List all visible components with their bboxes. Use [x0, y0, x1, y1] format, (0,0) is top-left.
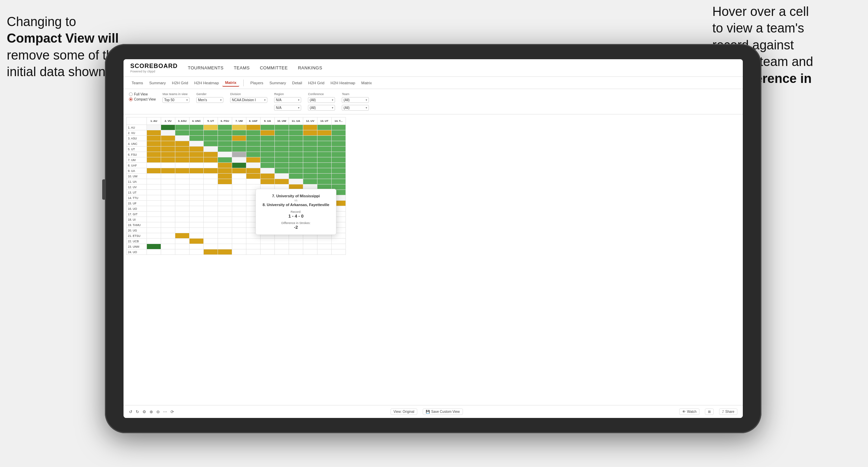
matrix-cell[interactable]	[246, 163, 261, 168]
matrix-cell[interactable]	[275, 249, 289, 255]
matrix-cell[interactable]	[232, 195, 246, 201]
nav-rankings[interactable]: RANKINGS	[298, 64, 322, 72]
matrix-cell[interactable]	[175, 212, 190, 217]
matrix-cell[interactable]	[303, 152, 317, 157]
matrix-cell[interactable]	[317, 147, 332, 152]
matrix-cell[interactable]	[303, 168, 317, 174]
nav-committee[interactable]: COMMITTEE	[260, 64, 288, 72]
matrix-cell[interactable]	[332, 168, 346, 174]
matrix-cell[interactable]	[190, 168, 204, 174]
team-select2[interactable]: (All)	[342, 105, 369, 111]
conference-select1[interactable]: (All)	[308, 97, 335, 103]
matrix-cell[interactable]	[317, 130, 332, 136]
matrix-cell[interactable]	[218, 152, 232, 157]
matrix-cell[interactable]	[261, 136, 275, 141]
matrix-cell[interactable]	[218, 179, 232, 184]
matrix-cell[interactable]	[246, 157, 261, 163]
matrix-cell[interactable]	[147, 249, 161, 255]
matrix-cell[interactable]	[261, 147, 275, 152]
matrix-cell[interactable]	[317, 152, 332, 157]
matrix-cell[interactable]	[332, 239, 346, 244]
matrix-cell[interactable]	[317, 179, 332, 184]
matrix-cell[interactable]	[261, 152, 275, 157]
matrix-cell[interactable]	[147, 201, 161, 206]
matrix-cell[interactable]	[190, 147, 204, 152]
matrix-cell[interactable]	[147, 190, 161, 195]
matrix-cell[interactable]	[147, 195, 161, 201]
matrix-cell[interactable]	[147, 163, 161, 168]
matrix-cell[interactable]	[190, 184, 204, 190]
matrix-cell[interactable]	[147, 147, 161, 152]
matrix-cell[interactable]	[289, 125, 303, 130]
matrix-cell[interactable]	[147, 222, 161, 228]
matrix-cell[interactable]	[175, 130, 190, 136]
matrix-cell[interactable]	[232, 233, 246, 239]
matrix-cell[interactable]	[204, 195, 218, 201]
matrix-cell[interactable]	[218, 201, 232, 206]
matrix-cell[interactable]	[161, 179, 175, 184]
matrix-cell[interactable]	[161, 184, 175, 190]
matrix-cell[interactable]	[204, 212, 218, 217]
matrix-cell[interactable]	[289, 168, 303, 174]
matrix-cell[interactable]	[275, 152, 289, 157]
matrix-cell[interactable]	[275, 147, 289, 152]
matrix-cell[interactable]	[161, 190, 175, 195]
matrix-cell[interactable]	[218, 136, 232, 141]
matrix-cell[interactable]	[289, 157, 303, 163]
matrix-cell[interactable]	[232, 130, 246, 136]
matrix-cell[interactable]	[218, 130, 232, 136]
layout-btn[interactable]: ⊞	[705, 408, 714, 415]
matrix-cell[interactable]	[246, 147, 261, 152]
matrix-cell[interactable]	[161, 130, 175, 136]
matrix-cell[interactable]	[218, 163, 232, 168]
team-select1[interactable]: (All)	[342, 97, 369, 103]
matrix-cell[interactable]	[147, 228, 161, 233]
tab-summary2[interactable]: Summary	[267, 80, 289, 86]
matrix-cell[interactable]	[332, 147, 346, 152]
matrix-cell[interactable]	[190, 195, 204, 201]
matrix-cell[interactable]	[261, 244, 275, 249]
matrix-cell[interactable]	[175, 190, 190, 195]
matrix-cell[interactable]	[190, 141, 204, 147]
matrix-cell[interactable]	[232, 152, 246, 157]
share-btn[interactable]: ⤴ Share	[719, 408, 737, 415]
minus-icon[interactable]: ⊖	[156, 409, 160, 414]
matrix-cell[interactable]	[218, 206, 232, 212]
full-view-radio[interactable]: Full View	[129, 92, 156, 96]
matrix-cell[interactable]	[246, 244, 261, 249]
matrix-cell[interactable]	[261, 163, 275, 168]
matrix-cell[interactable]	[204, 163, 218, 168]
undo-icon[interactable]: ↺	[129, 409, 132, 414]
matrix-cell[interactable]	[289, 249, 303, 255]
matrix-cell[interactable]	[204, 249, 218, 255]
matrix-cell[interactable]	[246, 130, 261, 136]
matrix-cell[interactable]	[246, 239, 261, 244]
matrix-cell[interactable]	[175, 239, 190, 244]
matrix-cell[interactable]	[261, 174, 275, 179]
matrix-cell[interactable]	[303, 136, 317, 141]
matrix-cell[interactable]	[261, 249, 275, 255]
matrix-cell[interactable]	[190, 152, 204, 157]
matrix-cell[interactable]	[147, 130, 161, 136]
matrix-cell[interactable]	[246, 152, 261, 157]
matrix-cell[interactable]	[147, 168, 161, 174]
matrix-cell[interactable]	[147, 136, 161, 141]
matrix-cell[interactable]	[261, 125, 275, 130]
matrix-cell[interactable]	[204, 222, 218, 228]
matrix-cell[interactable]	[332, 157, 346, 163]
matrix-cell[interactable]	[275, 125, 289, 130]
tab-h2h-grid2[interactable]: H2H Grid	[306, 80, 327, 86]
matrix-area[interactable]: 1. AU 2. VU 3. ASU 4. UNC 5. UT 6. FSU 7…	[124, 114, 743, 405]
matrix-cell[interactable]	[303, 147, 317, 152]
matrix-cell[interactable]	[147, 179, 161, 184]
matrix-cell[interactable]	[147, 233, 161, 239]
matrix-cell[interactable]	[175, 244, 190, 249]
matrix-cell[interactable]	[218, 147, 232, 152]
matrix-cell[interactable]	[332, 249, 346, 255]
matrix-cell[interactable]	[218, 228, 232, 233]
matrix-cell[interactable]	[232, 163, 246, 168]
matrix-cell[interactable]	[218, 249, 232, 255]
matrix-cell[interactable]	[204, 233, 218, 239]
tab-matrix2[interactable]: Matrix	[359, 80, 375, 86]
matrix-cell[interactable]	[232, 141, 246, 147]
